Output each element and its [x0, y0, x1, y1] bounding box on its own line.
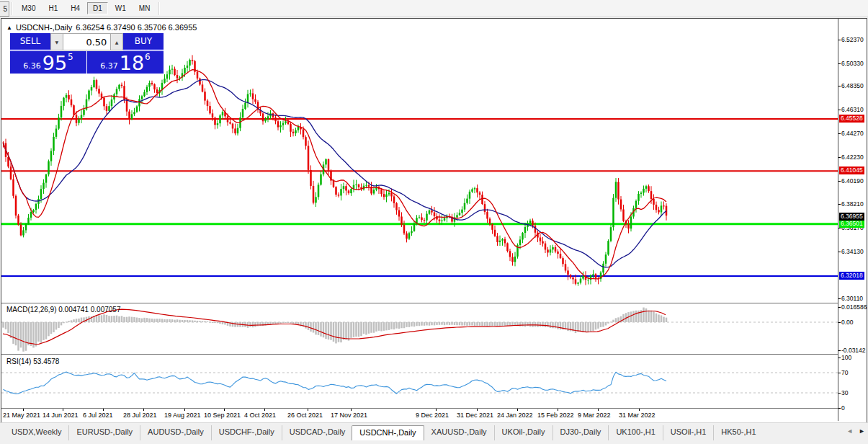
macd-tick-label: -0.03142	[841, 347, 866, 354]
rsi-tick-label: 70	[841, 369, 848, 376]
timeframe-toolbar: 5 M30H1H4D1W1MN	[0, 0, 868, 17]
chart-tab-hk50-h1[interactable]: HK50-,H1	[713, 425, 763, 440]
collapse-chart-icon[interactable]: ▲	[6, 25, 12, 31]
price-tick-label: 6.38210	[841, 200, 864, 208]
timeframe-button-mn[interactable]: MN	[133, 2, 156, 14]
time-tick-label: 19 Aug 2021	[164, 412, 201, 419]
chart-tab-audusd-daily[interactable]: AUDUSD-,Daily	[140, 425, 211, 440]
axis-tick-mark	[838, 307, 841, 308]
rsi-pane-canvas	[1, 355, 838, 408]
timeframe-button-h1[interactable]: H1	[42, 2, 63, 14]
sell-price-main: 95	[42, 53, 67, 73]
chart-tab-ukoil-daily[interactable]: UKOil-,Daily	[494, 425, 552, 440]
chart-tab-usdcad-daily[interactable]: USDCAD-,Daily	[282, 425, 353, 440]
buy-price-main: 18	[120, 53, 144, 73]
last-price-label: 6.36955	[839, 213, 864, 221]
axis-tick-mark	[838, 204, 841, 205]
time-tick-mark	[351, 409, 352, 411]
macd-pane[interactable]: MACD(12,26,9) 0.004741 0.007057	[1, 303, 838, 354]
volume-decrease-button[interactable]: ▼	[50, 33, 63, 50]
axis-tick-mark	[838, 40, 841, 40]
time-tick-mark	[224, 409, 225, 411]
timeframe-buttons: M30H1H4D1W1MN	[15, 2, 156, 14]
chart-tab-uk100-h1[interactable]: UK100-,H1	[608, 425, 662, 440]
time-tick-label: 14 Jun 2021	[42, 412, 79, 419]
chart-tab-xauusd-daily[interactable]: XAUUSD-,Daily	[424, 425, 494, 440]
time-tick-mark	[23, 409, 24, 411]
macd-tick-label: 0.00	[841, 319, 854, 326]
time-tick-label: 21 May 2021	[3, 412, 40, 419]
rsi-pane[interactable]: RSI(14) 53.4578	[1, 355, 838, 408]
chart-tab-eurusd-daily[interactable]: EURUSD-,Daily	[68, 425, 140, 440]
buy-price-prefix: 6.37	[100, 61, 118, 71]
timeframe-button-h4[interactable]: H4	[65, 2, 86, 14]
volume-increase-button[interactable]: ▲	[110, 33, 123, 50]
axis-tick-mark	[838, 110, 841, 110]
time-tick-mark	[63, 409, 63, 411]
time-tick-label: 24 Jan 2022	[497, 412, 533, 419]
rsi-indicator-label: RSI(14) 53.4578	[6, 358, 59, 365]
chart-tab-usoil-h1[interactable]: USOil-,H1	[663, 425, 714, 440]
price-tick-label: 6.34130	[841, 248, 864, 255]
price-tick-label: 6.42230	[841, 154, 864, 161]
time-tick-label: 10 Sep 2021	[204, 412, 241, 419]
time-tick-mark	[184, 409, 185, 411]
time-tick-mark	[264, 409, 265, 411]
axis-tick-mark	[838, 252, 841, 252]
axis-tick-mark	[838, 408, 841, 409]
chart-tabs: USDX,WeeklyEURUSD-,DailyAUDUSD-,DailyUSD…	[4, 425, 764, 440]
time-tick-label: 4 Oct 2021	[244, 412, 276, 419]
axis-tick-mark	[838, 322, 841, 323]
time-tick-mark	[517, 409, 518, 411]
chart-tab-usdchf-daily[interactable]: USDCHF-,Daily	[211, 425, 282, 440]
time-tick-label: 6 Jul 2021	[83, 412, 113, 419]
price-tick-label: 6.52370	[841, 36, 864, 43]
price-tick-label: 6.30110	[841, 295, 863, 302]
time-tick-mark	[436, 409, 437, 411]
time-axis[interactable]: 21 May 202114 Jun 20216 Jul 202128 Jul 2…	[1, 409, 838, 421]
price-axis[interactable]: 6.523706.503306.483506.463106.442706.422…	[838, 19, 867, 421]
buy-button[interactable]: BUY	[123, 33, 164, 50]
timeframe-button-m5-partial[interactable]: 5	[0, 1, 9, 17]
sell-price-prefix: 6.36	[23, 61, 41, 71]
sell-price-display[interactable]: 6.36 95 5	[10, 51, 86, 74]
buy-price-pip: 6	[145, 52, 151, 62]
timeframe-button-w1[interactable]: W1	[109, 2, 132, 14]
chart-tab-usdx-weekly[interactable]: USDX,Weekly	[4, 425, 68, 440]
time-tick-mark	[639, 409, 640, 411]
axis-tick-mark	[838, 350, 841, 351]
axis-tick-mark	[838, 393, 841, 394]
time-tick-label: 31 Mar 2022	[619, 412, 656, 419]
axis-tick-mark	[838, 298, 841, 299]
sell-button[interactable]: SELL	[10, 33, 50, 50]
macd-pane-canvas	[1, 303, 838, 354]
price-tick-label: 6.44270	[841, 130, 864, 137]
chart-symbol-label: USDCNH-,Daily	[16, 23, 72, 32]
chart-tab-dj30-daily[interactable]: DJ30-,Daily	[552, 425, 609, 440]
axis-tick-mark	[838, 157, 841, 158]
time-tick-label: 28 Jul 2021	[123, 412, 157, 419]
rsi-tick-label: 0	[841, 404, 845, 412]
price-tick-label: 6.48350	[841, 82, 864, 89]
chart-tab-usdcnh-daily[interactable]: USDCNH-,Daily	[352, 425, 424, 440]
price-tick-label: 6.46310	[841, 106, 864, 113]
timeframe-button-d1[interactable]: D1	[87, 2, 108, 14]
chart-tab-bar: USDX,WeeklyEURUSD-,DailyAUDUSD-,DailyUSD…	[0, 422, 868, 444]
sell-price-pip: 5	[68, 52, 73, 62]
time-tick-mark	[477, 409, 478, 411]
macd-tick-label: 0.016586	[841, 303, 867, 311]
time-tick-label: 17 Nov 2021	[331, 412, 367, 419]
tab-scroll-right-icon[interactable]: ►	[859, 427, 865, 435]
buy-price-display[interactable]: 6.37 18 6	[87, 51, 164, 74]
time-tick-mark	[558, 409, 558, 411]
axis-tick-mark	[838, 63, 841, 64]
price-tick-label: 6.40190	[841, 177, 864, 185]
tab-scroll-left-icon[interactable]: ◄	[846, 427, 853, 435]
volume-input[interactable]: 0.50	[63, 33, 111, 50]
level-price-label: 6.45528	[839, 115, 864, 123]
time-tick-mark	[598, 409, 599, 411]
timeframe-button-m30[interactable]: M30	[16, 2, 41, 14]
axis-tick-mark	[838, 228, 841, 228]
chart-window: ▲ USDCNH-,Daily 6.36254 6.37490 6.35706 …	[1, 18, 867, 423]
rsi-tick-label: 30	[841, 389, 848, 396]
